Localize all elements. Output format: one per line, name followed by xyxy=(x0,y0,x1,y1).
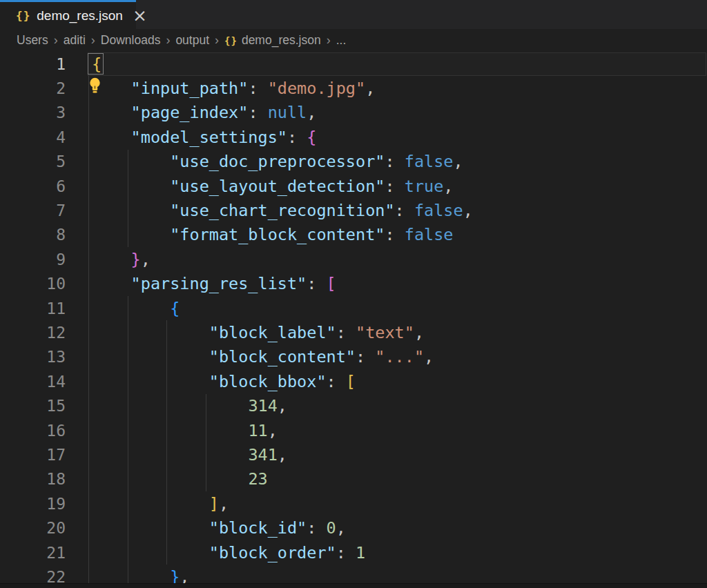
line-content: { xyxy=(66,55,101,74)
line-number: 14 xyxy=(0,373,66,391)
line-content: "model_settings": { xyxy=(66,128,316,147)
line-number: 13 xyxy=(0,348,66,366)
breadcrumb-item-users[interactable]: Users xyxy=(17,33,48,48)
line-number: 18 xyxy=(0,470,66,488)
line-content: 314, xyxy=(66,396,287,415)
line-number: 7 xyxy=(0,202,66,219)
line-content: "format_block_content": false xyxy=(66,225,454,244)
code-line[interactable]: 7 "use_chart_recognition": false, xyxy=(0,198,707,222)
line-content: "block_bbox": [ xyxy=(66,372,356,391)
vscode-editor-window: {} demo_res.json × Users›aditi›Downloads… xyxy=(0,0,707,588)
line-number: 12 xyxy=(0,324,66,342)
tab-label: demo_res.json xyxy=(37,8,123,23)
line-content: "page_index": null, xyxy=(66,103,316,122)
line-number: 8 xyxy=(0,226,66,244)
code-line[interactable]: 3 "page_index": null, xyxy=(0,101,707,125)
line-number: 17 xyxy=(0,446,66,464)
code-line[interactable]: 16 11, xyxy=(0,418,707,442)
breadcrumb-item-downloads[interactable]: Downloads xyxy=(101,33,161,48)
bottom-edge-strip xyxy=(0,583,707,588)
code-line[interactable]: 14 "block_bbox": [ xyxy=(0,369,707,393)
code-line[interactable]: 12 "block_label": "text", xyxy=(0,320,707,344)
json-file-icon: {} xyxy=(224,36,238,46)
line-number: 9 xyxy=(0,251,66,268)
lightbulb-icon[interactable] xyxy=(89,77,101,95)
code-line[interactable]: 18 23 xyxy=(0,467,707,491)
breadcrumb-separator-icon: › xyxy=(166,33,170,48)
line-content: "use_layout_detection": true, xyxy=(66,177,454,196)
line-content: "block_label": "text", xyxy=(66,323,424,342)
breadcrumb-separator-icon: › xyxy=(54,33,58,48)
code-line[interactable]: 13 "block_content": "...", xyxy=(0,345,707,369)
code-line[interactable]: 11 { xyxy=(0,296,707,320)
json-file-icon: {} xyxy=(16,10,30,21)
line-number: 10 xyxy=(0,275,66,293)
breadcrumb-separator-icon: › xyxy=(327,33,331,48)
code-line[interactable]: 15 314, xyxy=(0,394,707,418)
line-content: 341, xyxy=(66,445,287,464)
tab-demo-res-json[interactable]: {} demo_res.json × xyxy=(0,0,136,29)
breadcrumb-label: Downloads xyxy=(101,33,161,48)
code-line[interactable]: 10 "parsing_res_list": [ xyxy=(0,272,707,296)
tab-bar: {} demo_res.json × xyxy=(0,0,707,29)
line-number: 21 xyxy=(0,544,66,562)
close-tab-icon[interactable]: × xyxy=(133,7,147,24)
line-content: "block_content": "...", xyxy=(66,347,434,366)
breadcrumb-separator-icon: › xyxy=(91,33,95,48)
breadcrumb: Users›aditi›Downloads›output›{}demo_res.… xyxy=(0,29,707,52)
line-content: 11, xyxy=(66,421,278,440)
line-content: "block_id": 0, xyxy=(66,518,346,538)
breadcrumb-label: ... xyxy=(336,33,347,48)
line-number: 3 xyxy=(0,104,66,121)
line-content: "block_order": 1 xyxy=(66,543,365,562)
code-line[interactable]: 6 "use_layout_detection": true, xyxy=(0,174,707,198)
line-number: 4 xyxy=(0,128,66,146)
line-content: "input_path": "demo.jpg", xyxy=(66,79,375,98)
line-content: { xyxy=(66,299,180,318)
line-content: "use_doc_preprocessor": false, xyxy=(66,152,463,171)
breadcrumb-item-output[interactable]: output xyxy=(175,33,209,48)
line-content: }, xyxy=(66,250,151,269)
breadcrumb-label: Users xyxy=(17,33,48,48)
code-editor[interactable]: 1{2 "input_path": "demo.jpg",3 "page_ind… xyxy=(0,52,707,583)
breadcrumb-separator-icon: › xyxy=(215,33,219,48)
line-content: ], xyxy=(66,494,229,513)
code-line[interactable]: 4 "model_settings": { xyxy=(0,125,707,149)
line-content: "parsing_res_list": [ xyxy=(66,274,336,293)
code-line[interactable]: 9 }, xyxy=(0,247,707,271)
breadcrumb-label: demo_res.json xyxy=(242,33,321,48)
code-line[interactable]: 1{ xyxy=(0,52,707,76)
line-number: 5 xyxy=(0,153,66,170)
code-line[interactable]: 2 "input_path": "demo.jpg", xyxy=(0,76,707,100)
breadcrumb-item-demo-res-json[interactable]: {}demo_res.json xyxy=(224,33,321,48)
line-number: 1 xyxy=(0,55,66,73)
line-number: 2 xyxy=(0,79,66,97)
line-number: 11 xyxy=(0,300,66,317)
line-number: 16 xyxy=(0,422,66,440)
breadcrumb-label: output xyxy=(175,33,209,48)
line-number: 20 xyxy=(0,519,66,537)
code-line[interactable]: 5 "use_doc_preprocessor": false, xyxy=(0,150,707,174)
code-line[interactable]: 21 "block_order": 1 xyxy=(0,540,707,565)
line-number: 19 xyxy=(0,495,66,513)
line-number: 15 xyxy=(0,397,66,415)
breadcrumb-item-aditi[interactable]: aditi xyxy=(64,33,86,48)
code-line[interactable]: 20 "block_id": 0, xyxy=(0,516,707,540)
line-number: 6 xyxy=(0,177,66,195)
code-line[interactable]: 19 ], xyxy=(0,491,707,516)
breadcrumb-item--[interactable]: ... xyxy=(336,33,347,48)
line-content: "use_chart_recognition": false, xyxy=(66,201,473,220)
code-line[interactable]: 17 341, xyxy=(0,442,707,467)
code-line[interactable]: 8 "format_block_content": false xyxy=(0,223,707,247)
breadcrumb-label: aditi xyxy=(64,33,86,48)
line-content: 23 xyxy=(66,469,268,489)
